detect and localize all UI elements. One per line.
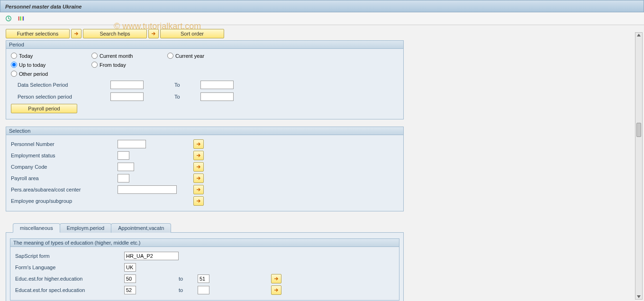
education-group-title: The meaning of types of education (highe… — [10, 239, 399, 247]
current-month-label: Current month — [100, 53, 133, 59]
period-group-title: Period — [6, 41, 403, 49]
personnel-number-multi-button[interactable] — [193, 139, 204, 149]
sort-order-button[interactable]: Sort order — [160, 29, 224, 38]
payroll-period-button[interactable]: Payroll period — [11, 104, 77, 113]
education-group: The meaning of types of education (highe… — [10, 238, 399, 301]
vertical-scrollbar[interactable] — [635, 32, 643, 300]
form-language-input[interactable] — [124, 263, 136, 272]
data-selection-from-input[interactable] — [110, 81, 144, 89]
employment-status-label: Employment status — [11, 153, 118, 158]
current-month-radio[interactable] — [91, 53, 98, 59]
search-helps-arrow-button[interactable] — [71, 29, 82, 38]
variant-icon[interactable] — [17, 15, 25, 22]
action-button-row: Further selections Search helps Sort ord… — [6, 29, 404, 38]
higher-edu-to-input[interactable] — [198, 274, 209, 283]
scroll-down-icon[interactable] — [637, 295, 641, 298]
svg-rect-2 — [20, 17, 21, 21]
tab-appointment-vacation[interactable]: Appointment,vacatn — [111, 223, 171, 233]
current-year-label: Current year — [175, 53, 204, 59]
tab-employment-period[interactable]: Employm.period — [60, 223, 111, 233]
person-selection-to-label: To — [174, 94, 200, 100]
payroll-area-input[interactable] — [118, 174, 129, 182]
up-to-today-label: Up to today — [19, 62, 45, 68]
special-edu-multi-button[interactable] — [271, 285, 281, 295]
from-today-radio[interactable] — [91, 62, 98, 68]
sapscript-label: SapScript form — [15, 253, 124, 259]
personnel-number-input[interactable] — [118, 140, 146, 148]
period-group: Period Today Current month Current year — [6, 40, 404, 119]
company-code-label: Company Code — [11, 164, 118, 170]
scroll-up-icon[interactable] — [637, 34, 641, 36]
data-selection-to-input[interactable] — [200, 81, 234, 89]
payroll-area-label: Payroll area — [11, 175, 118, 181]
special-edu-label: Educat.est.for specl.education — [15, 287, 124, 293]
higher-edu-multi-button[interactable] — [271, 274, 281, 283]
scroll-thumb[interactable] — [636, 123, 641, 137]
today-radio[interactable] — [11, 53, 17, 59]
today-label: Today — [19, 53, 33, 59]
svg-rect-1 — [18, 17, 19, 21]
execute-icon[interactable] — [5, 15, 12, 22]
pers-area-input[interactable] — [118, 185, 177, 194]
person-selection-label: Person selection period — [11, 94, 110, 100]
higher-edu-label: Educ.est.for higher.education — [15, 276, 124, 282]
toolbar — [0, 12, 644, 25]
from-today-label: From today — [100, 62, 126, 68]
further-selections-button[interactable]: Further selections — [6, 29, 70, 38]
window-title-bar: Personnel master data Ukraine — [0, 0, 644, 12]
current-year-radio[interactable] — [167, 53, 173, 59]
employee-group-multi-button[interactable] — [193, 196, 204, 206]
company-code-input[interactable] — [118, 163, 134, 171]
employment-status-input[interactable] — [118, 151, 129, 160]
tab-content: The meaning of types of education (highe… — [6, 232, 404, 301]
company-code-multi-button[interactable] — [193, 162, 204, 172]
svg-rect-3 — [22, 17, 23, 21]
special-edu-to-label: to — [179, 287, 198, 293]
other-period-radio[interactable] — [11, 71, 17, 77]
pers-area-label: Pers.area/subarea/cost center — [11, 187, 118, 192]
person-selection-to-input[interactable] — [200, 92, 234, 101]
tab-miscellaneous[interactable]: miscellaneous — [13, 223, 60, 233]
search-helps-button[interactable]: Search helps — [83, 29, 147, 38]
tab-strip: miscellaneous Employm.period Appointment… — [13, 223, 404, 233]
employee-group-label: Employee group/subgroup — [11, 198, 118, 204]
special-edu-to-input[interactable] — [198, 286, 209, 294]
employment-status-multi-button[interactable] — [193, 151, 204, 160]
selection-group-title: Selection — [6, 127, 403, 135]
other-period-label: Other period — [19, 71, 48, 77]
selection-group: Selection Personnel Number Employment st… — [6, 127, 404, 211]
page-title: Personnel master data Ukraine — [5, 4, 82, 9]
special-edu-from-input[interactable] — [124, 286, 136, 294]
personnel-number-label: Personnel Number — [11, 141, 118, 147]
svg-rect-4 — [23, 17, 24, 21]
higher-edu-from-input[interactable] — [124, 274, 136, 283]
payroll-area-multi-button[interactable] — [193, 173, 204, 183]
sapscript-input[interactable] — [124, 252, 179, 260]
sort-order-arrow-button[interactable] — [148, 29, 159, 38]
data-selection-to-label: To — [174, 82, 200, 88]
form-language-label: Form's Language — [15, 265, 124, 270]
up-to-today-radio[interactable] — [11, 62, 17, 68]
data-selection-label: Data Selection Period — [11, 82, 110, 88]
higher-edu-to-label: to — [179, 276, 198, 282]
person-selection-from-input[interactable] — [110, 92, 144, 101]
pers-area-multi-button[interactable] — [193, 185, 204, 194]
